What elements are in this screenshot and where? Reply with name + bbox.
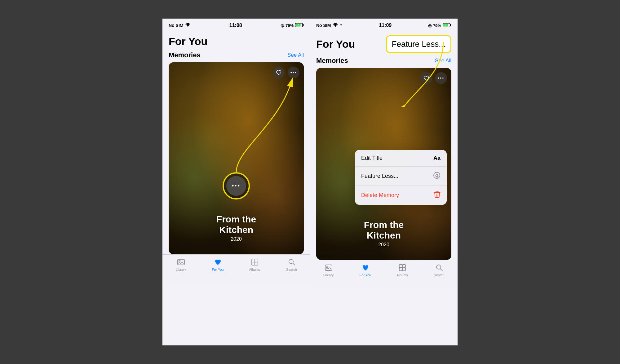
right-card-text: From the Kitchen 2020: [316, 220, 451, 248]
svg-rect-7: [252, 259, 255, 262]
menu-item-edit-title[interactable]: Edit Title Aa: [355, 150, 447, 167]
left-memory-card[interactable]: ••• •••: [169, 62, 304, 254]
screenshots-container: No SIM 11:08 ◎ 79%: [0, 0, 620, 364]
menu-feature-less-label: Feature Less...: [361, 173, 398, 179]
svg-rect-15: [450, 24, 451, 26]
right-albums-icon: [398, 263, 407, 272]
right-library-label: Library: [323, 273, 334, 277]
left-card-year: 2020: [169, 236, 304, 242]
right-time: 11:09: [379, 23, 392, 28]
left-library-icon: [177, 258, 185, 266]
svg-line-21: [438, 194, 438, 196]
right-search-icon: [435, 263, 444, 272]
svg-line-12: [293, 263, 295, 265]
left-phone-screen: No SIM 11:08 ◎ 79%: [162, 19, 310, 345]
left-nav-for-you[interactable]: For You: [206, 258, 230, 271]
right-battery-percentage: 79%: [433, 23, 441, 28]
context-menu: Edit Title Aa Feature Less...: [355, 150, 447, 205]
menu-item-feature-less[interactable]: Feature Less...: [355, 167, 447, 186]
menu-feature-less-icon: [433, 172, 441, 181]
left-nav-albums[interactable]: Albums: [242, 258, 267, 271]
right-search-label: Search: [434, 273, 445, 277]
svg-point-6: [179, 261, 180, 262]
right-albums-label: Albums: [396, 273, 408, 277]
svg-rect-5: [178, 259, 184, 265]
badge-arrow-svg: [397, 39, 458, 107]
left-nav-search[interactable]: Search: [279, 258, 304, 271]
menu-item-delete[interactable]: Delete Memory: [355, 186, 447, 205]
wifi-icon: [185, 23, 191, 28]
left-page-content: For You Memories See All: [162, 32, 310, 254]
left-albums-label: Albums: [249, 268, 260, 271]
left-albums-icon: [250, 258, 259, 266]
svg-rect-23: [325, 265, 332, 270]
battery-percentage: 79%: [286, 23, 294, 28]
left-search-icon: [287, 258, 296, 266]
left-card-text: From the Kitchen 2020: [169, 214, 304, 242]
right-status-left: No SIM ⠿: [316, 23, 342, 28]
left-card-actions: •••: [273, 67, 299, 78]
right-location-icon: ◎: [428, 23, 432, 28]
svg-rect-2: [303, 24, 304, 26]
svg-rect-28: [402, 268, 405, 271]
right-nav-for-you[interactable]: For You: [353, 263, 378, 277]
right-card-year: 2020: [316, 242, 451, 248]
right-status-right: ◎ 79%: [428, 23, 451, 28]
right-bottom-nav: Library For You: [310, 260, 458, 288]
right-nav-albums[interactable]: Albums: [390, 263, 415, 277]
menu-edit-title-label: Edit Title: [361, 155, 383, 161]
svg-line-20: [436, 194, 436, 196]
left-status-bar: No SIM 11:08 ◎ 79%: [162, 19, 310, 32]
left-page-header: For You: [162, 32, 310, 50]
right-for-you-label: For You: [360, 273, 371, 277]
right-library-icon: [324, 263, 333, 272]
left-memories-label: Memories: [169, 51, 201, 59]
svg-rect-25: [399, 265, 402, 268]
right-card-title-line1: From the: [316, 220, 451, 230]
left-status-right: ◎ 79%: [281, 23, 304, 28]
svg-point-0: [188, 26, 188, 27]
left-library-label: Library: [176, 268, 186, 271]
svg-rect-9: [252, 262, 255, 265]
svg-rect-27: [399, 268, 402, 271]
right-nav-library[interactable]: Library: [316, 263, 341, 277]
svg-rect-26: [402, 265, 405, 268]
svg-rect-10: [255, 262, 258, 265]
left-card-title-line1: From the: [169, 214, 304, 225]
left-see-all-link[interactable]: See All: [287, 52, 304, 58]
menu-delete-label: Delete Memory: [361, 192, 399, 199]
svg-line-30: [440, 269, 442, 271]
right-page-content: For You Feature Less... Memories See All: [310, 32, 458, 260]
left-card-title-line2: Kitchen: [169, 225, 304, 235]
location-icon: ◎: [281, 23, 284, 28]
left-nav-library[interactable]: Library: [169, 258, 193, 271]
left-section-header: Memories See All: [162, 50, 310, 62]
svg-point-13: [335, 26, 336, 27]
left-more-btn-highlight: •••: [223, 172, 250, 200]
left-for-you-label: For You: [212, 268, 224, 271]
right-wifi-icon: [333, 23, 338, 28]
left-status-left: No SIM: [169, 23, 191, 28]
right-for-you-icon: [361, 263, 370, 272]
svg-point-18: [434, 172, 440, 178]
right-signal-dots: ⠿: [340, 24, 342, 27]
right-card-title-line2: Kitchen: [316, 230, 451, 241]
left-for-you-icon: [214, 258, 222, 266]
right-status-bar: No SIM ⠿ 11:09 ◎ 79%: [310, 19, 458, 32]
left-heart-button[interactable]: [273, 67, 285, 78]
battery-icon: [295, 23, 304, 28]
left-search-label: Search: [286, 268, 297, 271]
svg-rect-8: [255, 259, 258, 262]
right-phone-screen: No SIM ⠿ 11:09 ◎ 79%: [310, 19, 458, 345]
no-sim-label: No SIM: [169, 23, 183, 28]
left-more-btn-inner: •••: [226, 176, 246, 196]
left-more-button[interactable]: •••: [288, 67, 299, 78]
right-nav-search[interactable]: Search: [427, 263, 452, 277]
left-bottom-nav: Library For You: [162, 254, 310, 282]
right-memories-label: Memories: [316, 57, 348, 65]
right-page-title: For You: [316, 38, 355, 50]
right-battery-icon: [443, 23, 451, 28]
menu-delete-icon: [434, 191, 441, 200]
svg-point-24: [326, 266, 328, 268]
left-time: 11:08: [229, 23, 242, 28]
